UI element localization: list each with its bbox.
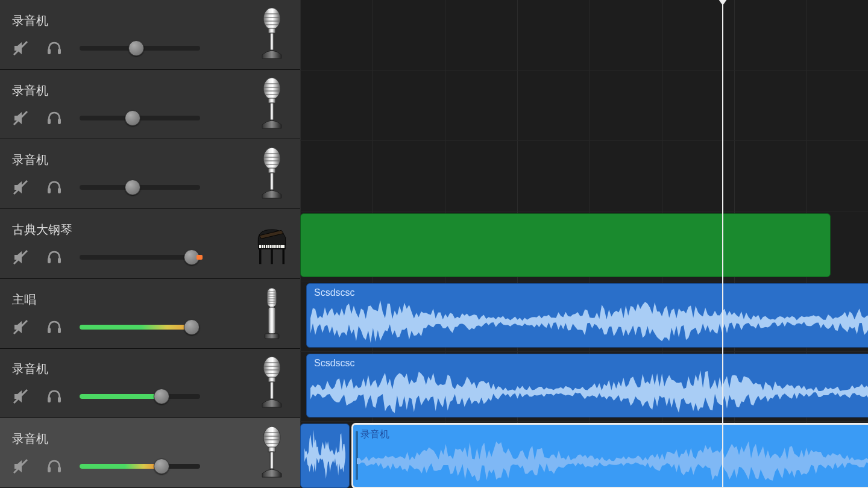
timeline[interactable]: ScsdscscScsdscsc录音机 (300, 0, 868, 488)
daw-root: 录音机录音机录音机古典大钢琴主唱录音机录音机 ScsdscscScsdscsc录… (0, 0, 868, 488)
volume-slider[interactable] (80, 41, 200, 55)
track-info: 录音机 (12, 361, 251, 405)
track-header[interactable]: 录音机 (0, 418, 300, 488)
audio-region[interactable]: Scsdscsc (306, 283, 868, 348)
waveform (304, 429, 345, 484)
track-info: 古典大钢琴 (12, 222, 251, 266)
track-name: 录音机 (12, 13, 251, 29)
mute-icon[interactable] (12, 179, 29, 196)
region-label: Scsdscsc (307, 284, 868, 302)
microphone-icon (251, 356, 293, 410)
condenser-mic-icon (251, 286, 293, 340)
microphone-icon (251, 147, 293, 201)
microphone-icon (251, 426, 293, 480)
volume-thumb[interactable] (128, 40, 144, 56)
waveform (310, 370, 868, 414)
volume-thumb[interactable] (125, 180, 140, 195)
headphones-icon[interactable] (46, 458, 63, 475)
track-controls (12, 319, 251, 336)
track-header[interactable]: 录音机 (0, 139, 300, 209)
volume-slider[interactable] (80, 320, 200, 334)
audio-region[interactable]: 录音机 (352, 424, 868, 488)
piano-icon (251, 217, 293, 271)
microphone-icon (251, 77, 293, 131)
track-info: 录音机 (12, 152, 251, 196)
track-name: 主唱 (12, 292, 251, 308)
track-controls (12, 110, 251, 127)
track-name: 录音机 (12, 83, 251, 99)
track-header[interactable]: 录音机 (0, 70, 300, 140)
track-header[interactable]: 录音机 (0, 0, 300, 70)
track-name: 录音机 (12, 152, 251, 168)
volume-thumb[interactable] (184, 319, 200, 335)
track-name: 古典大钢琴 (12, 222, 251, 238)
volume-slider[interactable] (80, 111, 200, 125)
mute-icon[interactable] (12, 458, 29, 475)
mute-icon[interactable] (12, 388, 29, 405)
track-header[interactable]: 主唱 (0, 279, 300, 349)
waveform (357, 440, 868, 483)
track-controls (12, 458, 251, 475)
mute-icon[interactable] (12, 319, 29, 336)
headphones-icon[interactable] (46, 249, 63, 266)
volume-slider[interactable] (80, 250, 200, 264)
track-info: 录音机 (12, 431, 251, 475)
volume-thumb[interactable] (154, 458, 169, 474)
audio-region[interactable]: Scsdscsc (306, 354, 868, 418)
waveform (310, 299, 868, 343)
volume-thumb[interactable] (125, 110, 140, 126)
playhead[interactable] (722, 0, 723, 488)
volume-slider[interactable] (80, 459, 200, 474)
mute-icon[interactable] (12, 40, 29, 57)
midi-region[interactable] (300, 213, 831, 278)
headphones-icon[interactable] (46, 40, 63, 57)
track-controls (12, 179, 251, 196)
track-header[interactable]: 录音机 (0, 349, 300, 419)
headphones-icon[interactable] (46, 110, 63, 127)
track-controls (12, 388, 251, 405)
track-controls (12, 40, 251, 57)
clip-indicator (197, 255, 203, 260)
track-info: 主唱 (12, 292, 251, 336)
region-label: Scsdscsc (307, 354, 868, 372)
audio-region[interactable] (300, 424, 350, 488)
track-header[interactable]: 古典大钢琴 (0, 209, 300, 279)
headphones-icon[interactable] (46, 388, 63, 405)
mute-icon[interactable] (12, 249, 29, 266)
microphone-icon (251, 7, 293, 61)
track-controls (12, 249, 251, 266)
track-info: 录音机 (12, 13, 251, 57)
mute-icon[interactable] (12, 110, 29, 127)
volume-thumb[interactable] (154, 389, 169, 404)
track-info: 录音机 (12, 83, 251, 127)
track-panel: 录音机录音机录音机古典大钢琴主唱录音机录音机 (0, 0, 300, 488)
region-label: 录音机 (353, 425, 868, 445)
track-name: 录音机 (12, 431, 251, 447)
headphones-icon[interactable] (46, 179, 63, 196)
volume-slider[interactable] (80, 180, 200, 195)
track-name: 录音机 (12, 361, 251, 377)
headphones-icon[interactable] (46, 319, 63, 336)
volume-slider[interactable] (80, 389, 200, 404)
